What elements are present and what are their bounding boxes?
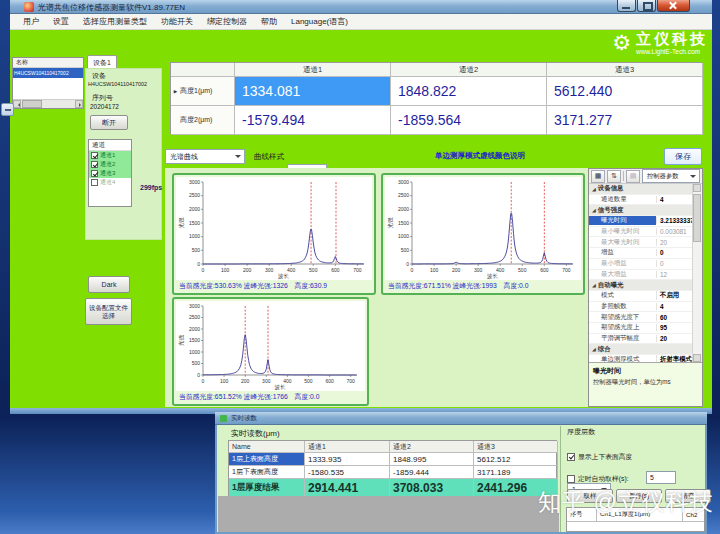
spectrum-plot: 0500100015002000250030000100200300400500… [176, 301, 365, 391]
property-row[interactable]: 期望感光度上95 [589, 323, 693, 334]
title-bar[interactable]: 光谱共焦位移传感器测量软件V1.89.77EN [10, 0, 712, 14]
row-header: ▶高度1(μm) [171, 77, 235, 106]
value-cell: 3708.033 [390, 479, 474, 497]
property-value: 不启用 [656, 291, 693, 300]
property-category[interactable]: ◢信号强度 [589, 205, 693, 216]
menu-item[interactable]: 选择应用测量类型 [76, 16, 154, 27]
chart-status-3: 当前感光度:651.52% 波峰光强:1766 高度:0.0 [176, 391, 365, 402]
property-name: 最小曝光时间 [589, 227, 656, 236]
menu-item[interactable]: Language(语言) [284, 16, 355, 27]
curve-style-label: 曲线样式 [254, 152, 284, 162]
property-row[interactable]: 通道数量4 [589, 195, 693, 206]
svg-text:600: 600 [540, 267, 549, 273]
scroll-up-icon[interactable] [693, 184, 701, 192]
row-name[interactable]: 1层上表面高度 [229, 453, 305, 466]
categorize-icon[interactable]: ▦ [591, 170, 605, 183]
svg-text:500: 500 [192, 360, 201, 366]
property-row[interactable]: 最大曝光时间20 [589, 237, 693, 248]
readout-title-bar[interactable]: 实时读数 [215, 412, 707, 425]
property-row[interactable]: 模式不启用 [589, 291, 693, 302]
minimize-button[interactable] [617, 0, 636, 12]
channel-row[interactable]: 通道1 [89, 151, 131, 160]
menu-item[interactable]: 功能开关 [154, 16, 200, 27]
checkbox-icon[interactable] [91, 170, 98, 177]
property-value: 20 [656, 239, 693, 246]
svg-text:1500: 1500 [398, 220, 409, 226]
property-row[interactable]: 单边测厚模式折射率模式 [589, 355, 693, 362]
property-category[interactable]: ◢设备信息 [589, 184, 693, 195]
svg-text:600: 600 [331, 267, 340, 273]
checkbox-icon[interactable] [91, 179, 98, 186]
property-grid: ◢设备信息通道数量4◢信号强度曝光时间3.21333337最小曝光时间0.003… [589, 184, 702, 362]
svg-text:2500: 2500 [189, 192, 200, 198]
horizontal-scrollbar[interactable] [13, 99, 83, 108]
value-cell[interactable]: -1579.494 [235, 106, 391, 135]
expand-icon: ◢ [592, 207, 596, 213]
expand-icon: ◢ [592, 186, 596, 192]
device-config-file-button[interactable]: 设备配置文件选择 [85, 298, 132, 325]
svg-text:1000: 1000 [189, 233, 200, 239]
device-list-header: 名称 [13, 58, 83, 68]
window-title: 光谱共焦位移传感器测量软件V1.89.77EN [38, 2, 185, 13]
svg-text:波长: 波长 [278, 273, 290, 280]
device-list-item[interactable]: H4UCSW104110417002 [13, 68, 83, 78]
property-name: 最大增益 [589, 270, 656, 279]
property-category[interactable]: ◢综合 [589, 344, 693, 355]
svg-text:3000: 3000 [189, 179, 200, 185]
property-row[interactable]: 增益0 [589, 248, 693, 259]
property-row[interactable]: 最小增益0 [589, 259, 693, 270]
channel-row[interactable]: 通道2 [89, 160, 131, 169]
checkbox-unchecked-icon[interactable] [567, 475, 575, 483]
show-surface-checkbox[interactable]: 显示上下表面高度 [567, 452, 632, 462]
value-cell[interactable]: 3171.277 [547, 106, 703, 135]
disconnect-button[interactable]: 断开 [90, 115, 128, 130]
property-row[interactable]: 曝光时间3.21333337 [589, 216, 693, 227]
checkbox-checked-icon[interactable] [567, 453, 575, 461]
row-name[interactable]: 1层厚度结果 [229, 479, 305, 497]
property-row[interactable]: 平滑调节幅度20 [589, 334, 693, 345]
dark-button[interactable]: Dark [88, 276, 130, 293]
property-value: 0 [656, 249, 693, 256]
curve-type-select[interactable]: 光谱曲线 [165, 149, 245, 164]
property-row[interactable]: 最小曝光时间0.003081 [589, 227, 693, 238]
value-cell[interactable]: 5612.440 [547, 77, 703, 106]
menu-item[interactable]: 设置 [46, 16, 76, 27]
property-category[interactable]: ◢自动曝光 [589, 280, 693, 291]
value-cell[interactable]: 1848.822 [391, 77, 547, 106]
tab-device1[interactable]: 设备1 [87, 55, 117, 68]
svg-text:2000: 2000 [398, 206, 409, 212]
property-value: 0.003081 [656, 228, 693, 235]
value-cell[interactable]: -1859.564 [391, 106, 547, 135]
value-cell[interactable]: 1334.081 [235, 77, 391, 106]
scrollbar-thumb[interactable] [693, 194, 701, 242]
svg-text:0: 0 [197, 261, 200, 267]
property-value: 60 [656, 314, 693, 321]
params-select[interactable]: 控制器参数 [642, 169, 700, 183]
menu-item[interactable]: 绑定控制器 [200, 16, 254, 27]
maximize-button[interactable] [637, 0, 656, 12]
property-name: 最小增益 [589, 259, 656, 268]
sort-az-icon[interactable]: ⇅ [607, 170, 621, 183]
property-row[interactable]: 参照帧数4 [589, 302, 693, 313]
auto-sample-checkbox[interactable]: 定时自动取样(s): [567, 474, 629, 484]
scroll-down-icon[interactable] [693, 354, 701, 362]
checkbox-icon[interactable] [91, 161, 98, 168]
menu-item[interactable]: 帮助 [254, 16, 284, 27]
scrollbar-thumb[interactable] [22, 100, 42, 108]
save-button[interactable]: 保存 [664, 148, 702, 165]
row-name[interactable]: 1层下表面高度 [229, 466, 305, 479]
scroll-right-icon[interactable] [75, 100, 83, 108]
property-row[interactable]: 期望感光度下60 [589, 312, 693, 323]
svg-text:500: 500 [304, 378, 313, 384]
close-button[interactable] [657, 0, 690, 12]
auto-sample-interval-input[interactable]: 5 [646, 471, 676, 484]
menu-item[interactable]: 用户 [16, 16, 46, 27]
sidebar-collapse-button[interactable] [1, 103, 14, 116]
scroll-left-icon[interactable] [13, 100, 21, 108]
property-row[interactable]: 最大增益12 [589, 270, 693, 281]
checkbox-icon[interactable] [91, 152, 98, 159]
channel-label: 通道3 [100, 169, 115, 178]
channel-row[interactable]: 通道4 [89, 178, 131, 187]
channel-row[interactable]: 通道3 [89, 169, 131, 178]
vertical-scrollbar[interactable] [692, 184, 702, 362]
